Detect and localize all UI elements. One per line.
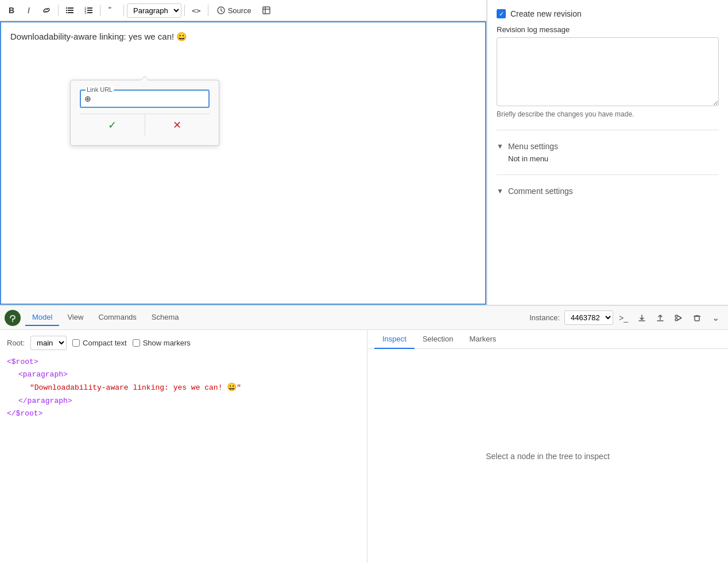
link-url-field: Link URL ⊕ [80, 90, 210, 108]
editor-content-text: Downloadability-aware linking: yes we ca… [10, 32, 187, 41]
emoji-inline: 😀 [227, 383, 237, 392]
comment-settings-header[interactable]: ▼ Comment settings [497, 184, 719, 198]
svg-rect-3 [68, 10, 73, 11]
inspect-content: Select a node in the tree to inspect [367, 349, 728, 563]
svg-text:": " [108, 6, 111, 14]
menu-not-in-menu: Not in menu [508, 154, 719, 163]
tab-schema[interactable]: Schema [145, 309, 186, 326]
blockquote-button[interactable]: " [103, 2, 121, 18]
inspect-panel: Inspect Selection Markers Select a node … [367, 330, 728, 563]
terminal-button[interactable]: >_ [615, 310, 632, 326]
svg-point-18 [12, 321, 13, 322]
terminal-icon: >_ [619, 313, 628, 323]
download-button[interactable] [634, 310, 650, 326]
toolbar-divider-5 [208, 5, 208, 16]
tree-panel: Root: main Compact text Show markers <$r… [0, 330, 367, 563]
expand-button[interactable]: ⌄ [707, 310, 723, 326]
editor-toolbar: B I 1. 2. [0, 0, 486, 21]
menu-settings-section: ▼ Menu settings Not in menu [497, 139, 719, 163]
embed-button[interactable] [258, 2, 275, 18]
instance-label: Instance: [529, 313, 560, 322]
ordered-list-button[interactable]: 1. 2. 3. [80, 2, 97, 18]
tab-commands[interactable]: Commands [91, 309, 143, 326]
svg-point-20 [675, 319, 677, 321]
comment-settings-section: ▼ Comment settings [497, 184, 719, 198]
svg-rect-7 [87, 7, 92, 9]
cursor-icon: ⊕ [84, 94, 91, 103]
sidebar-divider-2 [497, 174, 719, 175]
tree-paragraph-open[interactable]: <paragraph> [7, 368, 360, 381]
svg-rect-11 [87, 12, 92, 13]
link-popup: Link URL ⊕ ✓ ✕ [70, 80, 219, 146]
create-revision-section: ✓ Create new revision Revision log messa… [497, 9, 719, 118]
bottom-toolbar-right: Instance: 4463782 >_ [529, 310, 723, 326]
inspect-tab-selection[interactable]: Selection [415, 330, 461, 349]
show-markers-checkbox[interactable] [133, 339, 140, 347]
editor-content-area[interactable]: Downloadability-aware linking: yes we ca… [0, 21, 486, 305]
root-label: Root: [7, 339, 25, 347]
trash-button[interactable] [689, 310, 705, 326]
svg-line-21 [677, 316, 681, 318]
tree-view: <$root> <paragraph> "Downloadability-awa… [7, 356, 360, 420]
svg-rect-0 [66, 7, 67, 9]
inspect-tab-inspect[interactable]: Inspect [374, 330, 415, 349]
editor-section: B I 1. 2. [0, 0, 487, 305]
tree-root-open[interactable]: <$root> [7, 356, 360, 368]
svg-rect-2 [66, 10, 67, 11]
sidebar-divider-1 [497, 130, 719, 130]
right-sidebar: ✓ Create new revision Revision log messa… [487, 0, 728, 305]
tree-text-node[interactable]: "Downloadability-aware linking: yes we c… [7, 381, 360, 395]
toolbar-divider-2 [100, 5, 100, 16]
source-button[interactable]: Source [211, 3, 257, 18]
revision-log-textarea[interactable] [497, 37, 719, 106]
svg-point-19 [675, 315, 677, 317]
paragraph-select[interactable]: Paragraph [127, 3, 181, 18]
root-select[interactable]: main [30, 336, 67, 350]
upload-button[interactable] [652, 310, 668, 326]
prosemirror-icon [5, 310, 21, 326]
source-label: Source [228, 6, 251, 15]
revision-log-label: Revision log message [497, 25, 719, 34]
link-cancel-button[interactable]: ✕ [145, 114, 210, 136]
link-url-label: Link URL [86, 86, 114, 93]
bottom-panel: Model View Commands Schema Instance: 446… [0, 305, 728, 563]
bottom-toolbar: Model View Commands Schema Instance: 446… [0, 306, 728, 330]
create-revision-label: Create new revision [510, 9, 582, 18]
inspect-tabs: Inspect Selection Markers [367, 330, 728, 349]
comment-settings-chevron: ▼ [497, 187, 504, 195]
scissors-button[interactable] [671, 310, 687, 326]
svg-rect-5 [68, 12, 73, 13]
svg-text:3.: 3. [84, 11, 87, 14]
create-revision-checkbox[interactable]: ✓ [497, 9, 506, 18]
tree-root-close[interactable]: </$root> [7, 407, 360, 420]
code-button[interactable]: <> [188, 2, 205, 18]
create-revision-row: ✓ Create new revision [497, 9, 719, 18]
svg-rect-9 [87, 10, 92, 11]
tab-view[interactable]: View [60, 309, 90, 326]
bullet-list-button[interactable] [61, 2, 79, 18]
svg-rect-23 [695, 316, 699, 321]
tree-paragraph-close[interactable]: </paragraph> [7, 395, 360, 407]
show-markers-label[interactable]: Show markers [133, 339, 191, 347]
bold-button[interactable]: B [3, 2, 20, 18]
link-confirm-button[interactable]: ✓ [80, 114, 145, 136]
menu-settings-title: Menu settings [508, 142, 558, 151]
editor-text: Downloadability-aware linking: yes we ca… [10, 32, 476, 42]
revision-hint: Briefly describe the changes you have ma… [497, 110, 719, 118]
comment-settings-title: Comment settings [508, 187, 573, 196]
svg-rect-4 [66, 12, 67, 13]
inspect-placeholder: Select a node in the tree to inspect [486, 452, 610, 461]
link-popup-actions: ✓ ✕ [80, 114, 210, 136]
tab-model[interactable]: Model [25, 309, 59, 326]
menu-settings-chevron: ▼ [497, 142, 504, 150]
toolbar-divider-3 [123, 5, 124, 16]
compact-text-label[interactable]: Compact text [72, 339, 127, 347]
instance-select[interactable]: 4463782 [564, 310, 613, 325]
link-url-input[interactable] [86, 94, 204, 103]
compact-text-checkbox[interactable] [72, 339, 80, 347]
inspect-tab-markers[interactable]: Markers [461, 330, 504, 349]
svg-rect-14 [263, 7, 270, 14]
italic-button[interactable]: I [21, 2, 37, 18]
menu-settings-header[interactable]: ▼ Menu settings [497, 139, 719, 153]
link-button[interactable] [38, 2, 55, 18]
